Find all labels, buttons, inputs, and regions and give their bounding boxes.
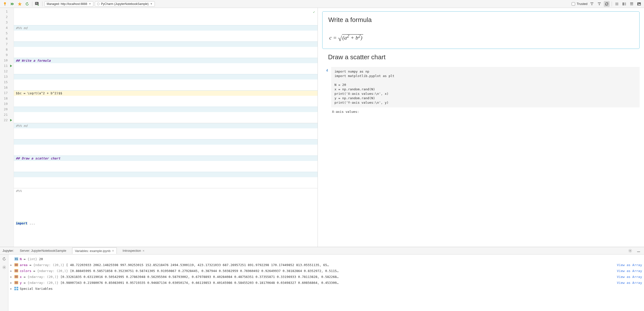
separator [42, 1, 42, 6]
svg-rect-37 [16, 287, 18, 288]
svg-rect-26 [15, 271, 18, 271]
special-icon [14, 287, 18, 290]
run-all-icon[interactable] [10, 1, 15, 7]
main-split: 1 2 3 4 5 6 7 8 9 10 11 12 13 15 16 17 1… [0, 8, 644, 247]
svg-rect-9 [622, 2, 624, 5]
var-type: {int} [28, 257, 37, 261]
rendered-heading: Draw a scatter chart [322, 53, 640, 61]
trusted-checkbox-input[interactable] [572, 2, 575, 6]
trusted-checkbox[interactable]: Trusted [572, 2, 588, 6]
upload-icon[interactable] [589, 1, 595, 7]
rendered-heading: Write a formula [328, 16, 634, 24]
toolbar: DL Managed: http://localhost:8888 ▼ PyCh… [0, 0, 644, 8]
svg-rect-36 [14, 287, 16, 288]
variable-row[interactable]: 01 N = {int} 20 [10, 256, 642, 262]
variable-row[interactable]: ▶ colors = {ndarray: (20,)} [0.88845995 … [10, 268, 642, 274]
svg-rect-8 [615, 5, 618, 5]
line-number[interactable]: 11 [0, 63, 14, 69]
split-view-icon[interactable] [621, 1, 627, 7]
line-number[interactable]: 22 [0, 117, 14, 123]
expand-icon[interactable]: ▶ [10, 264, 13, 266]
svg-rect-12 [630, 2, 633, 3]
view-as-array-link[interactable]: View as Array [615, 269, 642, 273]
line-number: 19 [0, 101, 14, 107]
sync-icon[interactable] [604, 1, 610, 7]
jupyter-label: Jupyter: [2, 249, 14, 253]
close-icon[interactable]: × [112, 249, 114, 253]
minimize-icon[interactable] [636, 248, 642, 254]
cell-marker: #%% [16, 189, 22, 193]
view-as-array-link[interactable]: View as Array [615, 275, 642, 279]
cell-output: X-axis values: [322, 107, 640, 114]
preview-active-cell[interactable]: Write a formula c = √(a2 + b2) [322, 11, 640, 49]
trusted-label: Trusted [576, 2, 588, 6]
svg-rect-16 [637, 252, 640, 252]
var-value: [ 48.72203933 2062.14825598 997.90253015… [66, 263, 329, 267]
view-as-array-link[interactable]: View as Array [615, 281, 642, 285]
view-as-array-link[interactable]: View as Array [615, 263, 642, 267]
kernel-dropdown[interactable]: PyCharm (JupyterNotebookSample) ▼ [95, 1, 155, 7]
var-value: 20 [39, 257, 43, 261]
tab-variables[interactable]: Variables: example.ipynb × [72, 248, 116, 254]
debug-cell-icon[interactable]: DL [34, 1, 40, 7]
variable-row[interactable]: ▶ Special Variables [10, 286, 642, 292]
svg-text:DL: DL [36, 2, 38, 5]
svg-rect-27 [15, 271, 18, 272]
variable-row[interactable]: ▶ x = {ndarray: (20,)} [0.33261835 0.631… [10, 274, 642, 280]
var-name: colors [20, 269, 31, 273]
line-number: 18 [0, 96, 14, 101]
refresh-icon[interactable] [1, 256, 7, 262]
jupyter-tabs: Jupyter: Server: JupyterNotebookSample V… [0, 247, 644, 255]
interrupt-icon[interactable] [17, 1, 23, 7]
gear-icon[interactable] [627, 248, 633, 254]
svg-rect-7 [615, 4, 618, 4]
cell-marker: #%% md [16, 26, 28, 30]
svg-rect-39 [16, 289, 18, 290]
download-icon[interactable] [596, 1, 602, 7]
line-number: 9 [0, 52, 14, 58]
variable-row[interactable]: ▶ y = {ndarray: (20,)} [0.98007343 0.219… [10, 280, 642, 286]
settings-icon[interactable] [1, 264, 7, 270]
var-type: {ndarray: (20,)} [28, 281, 58, 285]
tab-introspection[interactable]: Introspection × [123, 249, 145, 253]
server-dropdown-label: Managed: http://localhost:8888 [47, 2, 87, 6]
check-icon: ✓ [313, 9, 315, 15]
code-editor[interactable]: ✓ #%% md ## Write a formula $$c = \sqrt(… [14, 8, 318, 247]
expand-icon[interactable]: ▶ [10, 281, 13, 284]
array-icon [14, 269, 18, 273]
restart-icon[interactable] [24, 1, 30, 7]
variables-list[interactable]: 01 N = {int} 20 ▶ area = {ndarray: (20,)… [8, 255, 644, 311]
server-dropdown[interactable]: Managed: http://localhost:8888 ▼ [44, 1, 93, 7]
line-number: 1 [0, 9, 14, 14]
expand-icon[interactable]: ▶ [10, 287, 13, 290]
image-icon[interactable] [636, 1, 642, 7]
cell-source: import numpy as np import matplotlib.pyp… [331, 67, 640, 107]
svg-point-15 [630, 250, 631, 251]
preview-icon[interactable] [629, 1, 634, 7]
line-number: 20 [0, 107, 14, 112]
svg-rect-29 [15, 276, 18, 276]
svg-rect-4 [590, 2, 594, 3]
variable-row[interactable]: ▶ area = {ndarray: (20,)} [ 48.72203933 … [10, 262, 642, 268]
jupyter-tool-window: Jupyter: Server: JupyterNotebookSample V… [0, 247, 644, 311]
hint-icon[interactable] [2, 1, 8, 7]
close-icon[interactable]: × [142, 249, 144, 253]
var-type: {ndarray: (20,)} [33, 263, 64, 267]
preview-pane[interactable]: Write a formula c = √(a2 + b2) Draw a sc… [318, 8, 644, 247]
line-number: 7 [0, 41, 14, 47]
svg-point-14 [638, 3, 639, 4]
list-view-icon[interactable] [614, 1, 620, 7]
expand-icon[interactable]: ▶ [10, 270, 13, 272]
svg-rect-30 [15, 277, 18, 277]
var-name: y [20, 281, 22, 285]
var-value: [0.88845995 0.58571858 0.35230751 0.5874… [70, 269, 339, 273]
var-value: [0.33261835 0.63119016 0.50542995 0.2786… [60, 275, 338, 279]
rendered-code-cell[interactable]: 4 import numpy as np import matplotlib.p… [322, 67, 640, 107]
svg-rect-10 [624, 2, 626, 5]
line-number: 21 [0, 112, 14, 117]
tab-server[interactable]: Server: JupyterNotebookSample [20, 249, 66, 253]
expand-icon[interactable]: ▶ [10, 276, 13, 278]
cell-marker: #%% md [16, 124, 28, 128]
special-variables-label: Special Variables [20, 287, 52, 291]
variables-body: 01 N = {int} 20 ▶ area = {ndarray: (20,)… [0, 255, 644, 311]
